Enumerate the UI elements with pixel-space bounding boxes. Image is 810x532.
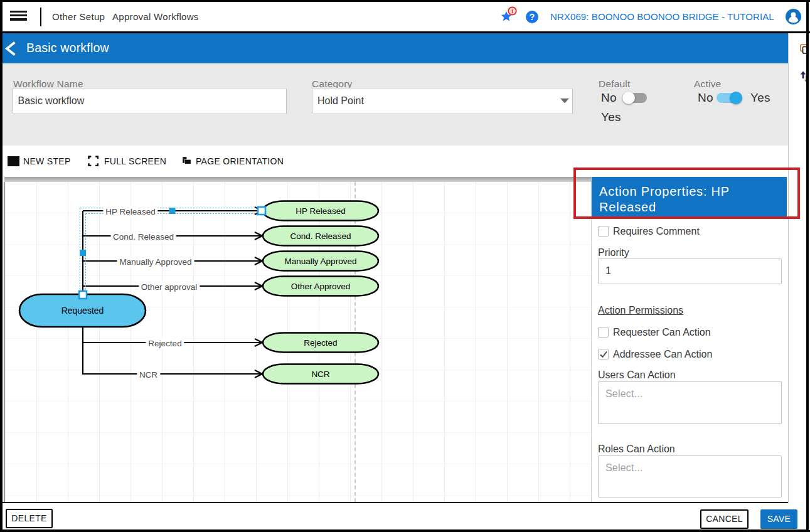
svg-text:Manually Approved: Manually Approved	[285, 257, 357, 266]
svg-text:Requested: Requested	[61, 306, 104, 316]
svg-text:HP Released: HP Released	[296, 206, 345, 216]
svg-text:i: i	[511, 8, 513, 14]
svg-text:Cond. Released: Cond. Released	[290, 231, 351, 241]
svg-text:Rejected: Rejected	[304, 338, 337, 348]
svg-text:NCR: NCR	[311, 370, 329, 379]
svg-text:?: ?	[530, 12, 535, 22]
svg-text:Other Approved: Other Approved	[291, 282, 351, 291]
